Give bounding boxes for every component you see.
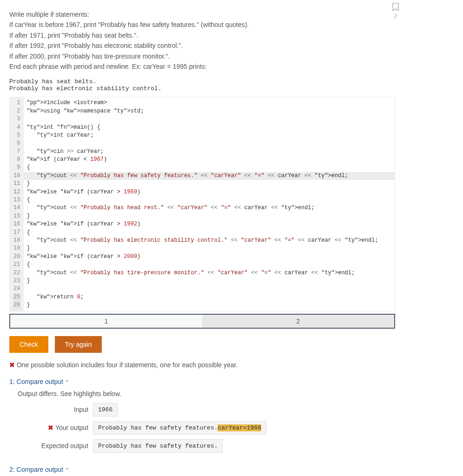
- code-editor[interactable]: 1234567891011121314151617181920212223242…: [9, 97, 395, 311]
- problem-line: If after 2000, print "Probably has tire-…: [9, 51, 395, 61]
- your-output-label: ✖ Your output: [9, 424, 93, 431]
- try-again-button[interactable]: Try again: [55, 336, 102, 353]
- problem-line: If after 1971, print "Probably has seat …: [9, 30, 395, 40]
- bookmark-button[interactable]: 2: [391, 2, 400, 19]
- problem-line: End each phrase with period and newline.…: [9, 61, 395, 72]
- input-label: Input: [9, 406, 93, 413]
- expected-output-value: Probably has few safety features.: [93, 439, 223, 453]
- line-gutter: 1234567891011121314151617181920212223242…: [10, 97, 24, 311]
- example-output: Probably has seat belts. Probably has el…: [9, 78, 395, 92]
- bookmark-count: 2: [391, 13, 400, 19]
- problem-line: If after 1992, print "Probably has elect…: [9, 40, 395, 51]
- chevron-up-icon: ⌃: [65, 379, 69, 385]
- x-icon: ✖: [48, 424, 53, 431]
- tab-2[interactable]: 2: [202, 315, 394, 328]
- problem-statement: Write multiple if statements: If carYear…: [9, 9, 395, 72]
- problem-line: If carYear is before 1967, print "Probab…: [9, 20, 395, 30]
- bookmark-icon: [391, 2, 400, 12]
- button-row: Check Try again: [9, 336, 395, 353]
- hint-text: One possible solution includes four if s…: [17, 361, 238, 369]
- test-title[interactable]: 2: Compare output ⌃: [9, 466, 395, 473]
- x-icon: ✖: [9, 361, 15, 369]
- code-lines[interactable]: "pp">#include <iostream>"kw">using "kw">…: [24, 97, 395, 311]
- test-block: 2: Compare output ⌃Input1967✔ Your outpu…: [9, 466, 395, 476]
- check-button[interactable]: Check: [9, 336, 48, 353]
- hint-line: ✖ One possible solution includes four if…: [9, 361, 395, 369]
- chevron-up-icon: ⌃: [65, 467, 69, 473]
- expected-output-label: Expected output: [9, 442, 93, 450]
- input-value: 1966: [93, 403, 118, 416]
- test-title[interactable]: 1: Compare output ⌃: [9, 378, 395, 385]
- differs-text: Output differs. See highlights below.: [18, 390, 395, 397]
- test-block: 1: Compare output ⌃Output differs. See h…: [9, 378, 395, 453]
- problem-page: 2 Write multiple if statements: If carYe…: [0, 0, 404, 476]
- example-line: Probably has electronic stability contro…: [9, 85, 395, 92]
- problem-line: Write multiple if statements:: [9, 9, 395, 20]
- tab-1[interactable]: 1: [10, 315, 202, 328]
- your-output-value: Probably has few safety features.carYear…: [93, 421, 266, 435]
- tab-bar: 1 2: [9, 314, 395, 329]
- example-line: Probably has seat belts.: [9, 78, 395, 85]
